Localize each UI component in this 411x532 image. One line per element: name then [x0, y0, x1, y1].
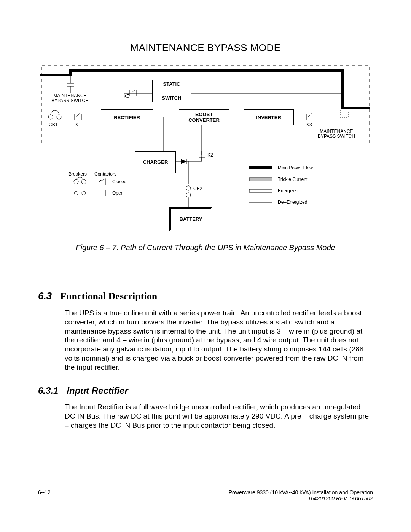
boost-converter-block: BOOST CONVERTER	[179, 109, 229, 125]
svg-rect-13	[341, 110, 348, 118]
legend-main-power: Main Power Flow	[278, 166, 313, 171]
svg-point-8	[82, 191, 86, 195]
svg-rect-9	[249, 166, 272, 169]
legend-contactors: Contactors	[94, 172, 116, 177]
battery-block: BATTERY	[169, 207, 212, 231]
legend-energized: Energized	[278, 189, 298, 193]
legend-breakers: Breakers	[68, 172, 87, 177]
diagram-title: MAINTENANCE BYPASS MODE	[38, 42, 373, 54]
footer-rev: 164201300 REV. G 061502	[308, 495, 373, 502]
legend-trickle: Trickle Current	[278, 177, 307, 182]
k1-label: K1	[75, 122, 81, 127]
legend-deenergized: De--Energized	[278, 200, 307, 205]
k2-label: K2	[207, 153, 213, 158]
section-6-3-title: Functional Description	[60, 291, 157, 302]
k3-label: K3	[306, 122, 312, 127]
section-6-3-1-body: The Input Rectifier is a full wave bridg…	[65, 403, 373, 430]
section-6-3-1: 6.3.1 Input Rectifier The Input Rectifie…	[38, 385, 373, 430]
maint-bypass-switch-left-label: MAINTENANCE BYPASS SWITCH	[51, 93, 89, 103]
section-6-3-1-num: 6.3.1	[38, 385, 58, 396]
section-6-3-body: The UPS is a true online unit with a ser…	[65, 308, 373, 372]
static-switch-label-bot: SWITCH	[162, 95, 181, 101]
diagram: STATIC SWITCH RECTIFIER BOOST CONVERTER …	[38, 57, 373, 232]
svg-point-2	[186, 193, 191, 197]
k5-label: K5	[124, 94, 129, 99]
figure-caption: Figure 6 – 7. Path of Current Through th…	[38, 243, 373, 252]
inverter-block: INVERTER	[244, 109, 294, 125]
footer-page: 6--12	[38, 489, 51, 502]
charger-block: CHARGER	[135, 151, 176, 173]
rectifier-block: RECTIFIER	[101, 109, 153, 125]
static-switch-block: STATIC SWITCH	[152, 80, 191, 102]
svg-point-6	[81, 179, 86, 184]
cb1-label: CB1	[49, 122, 57, 127]
section-6-3-1-title: Input Rectifier	[67, 385, 128, 396]
diagram-lines	[38, 57, 373, 232]
legend-open: Open	[112, 191, 123, 196]
svg-rect-11	[249, 189, 272, 192]
maint-bypass-switch-right-label: MAINTENANCE BYPASS SWITCH	[318, 129, 355, 139]
cb2-label: CB2	[193, 186, 202, 191]
section-6-3: 6.3 Functional Description The UPS is a …	[38, 290, 373, 372]
svg-point-5	[74, 179, 78, 184]
section-6-3-num: 6.3	[38, 290, 52, 302]
svg-rect-10	[249, 178, 272, 181]
static-switch-label-top: STATIC	[163, 81, 180, 87]
legend-closed: Closed	[112, 179, 126, 184]
svg-point-7	[74, 191, 78, 195]
page-footer: 6--12 Powerware 9330 (10 kVA--40 kVA) In…	[38, 487, 373, 502]
page: MAINTENANCE BYPASS MODE	[0, 0, 411, 532]
footer-doc: Powerware 9330 (10 kVA--40 kVA) Installa…	[229, 489, 373, 495]
